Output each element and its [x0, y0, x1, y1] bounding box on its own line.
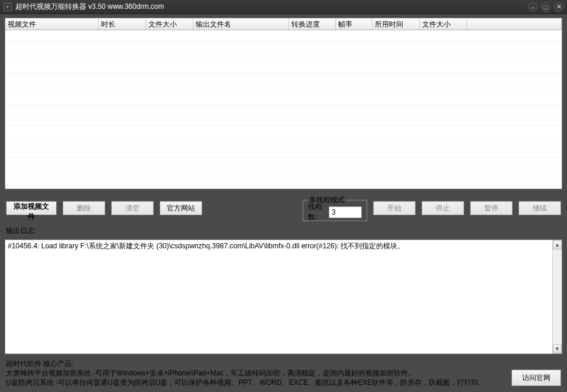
- grid-header: 视频文件时长文件大小输出文件名转换进度帧率所用时间文件大小: [5, 18, 562, 30]
- threads-label: 线程数:: [308, 202, 325, 222]
- threads-fieldset: 多线程模式 线程数:: [303, 195, 367, 221]
- stop-button[interactable]: 停止: [422, 201, 464, 215]
- titlebar: ✳ 超时代视频万能转换器 v3.50 www.360drm.com – □ ✕: [0, 0, 567, 14]
- grid-column-header[interactable]: 帧率: [336, 18, 372, 30]
- official-site-button[interactable]: 官方网站: [160, 201, 202, 215]
- grid-column-header[interactable]: 视频文件: [5, 18, 99, 30]
- log-label: 输出日志:: [5, 225, 562, 236]
- start-button[interactable]: 开始: [373, 201, 416, 215]
- delete-button[interactable]: 删除: [63, 201, 105, 215]
- visit-site-button[interactable]: 访问官网: [511, 370, 561, 386]
- log-text[interactable]: #10456.4: Load library F:\系统之家\新建文件夹 (30…: [5, 240, 552, 354]
- promo-line-1: 超时代软件 核心产品:: [6, 359, 506, 368]
- scroll-down-icon[interactable]: ▼: [553, 344, 562, 354]
- clear-button[interactable]: 清空: [111, 201, 154, 215]
- log-area: #10456.4: Load library F:\系统之家\新建文件夹 (30…: [5, 239, 562, 354]
- resume-button[interactable]: 继续: [519, 201, 561, 215]
- scroll-up-icon[interactable]: ▲: [553, 240, 562, 250]
- grid-column-header[interactable]: 输出文件名: [193, 18, 289, 30]
- close-button[interactable]: ✕: [554, 2, 563, 12]
- log-scrollbar[interactable]: ▲ ▼: [552, 240, 562, 354]
- footer: 超时代软件 核心产品: 大黄蜂跨平台视频加密系统 -可用于Windows+安卓+…: [5, 358, 562, 387]
- promo-text: 超时代软件 核心产品: 大黄蜂跨平台视频加密系统 -可用于Windows+安卓+…: [6, 359, 506, 387]
- toolbar-row: 添加视频文件 删除 清空 官方网站 多线程模式 线程数: 开始 停止 暂停 继续: [5, 193, 562, 221]
- threads-input[interactable]: [329, 206, 362, 218]
- grid-body[interactable]: [5, 30, 562, 189]
- grid-column-header[interactable]: [467, 18, 562, 30]
- grid-column-header[interactable]: 文件大小: [420, 18, 467, 30]
- video-grid: 视频文件时长文件大小输出文件名转换进度帧率所用时间文件大小: [5, 18, 562, 189]
- grid-column-header[interactable]: 文件大小: [146, 18, 193, 30]
- window-title: 超时代视频万能转换器 v3.50 www.360drm.com: [15, 2, 524, 12]
- promo-line-3: U盘防拷贝系统 -可以将任何普通U盘变为防拷贝U盘，可以保护各种视频、PPT、W…: [6, 378, 506, 387]
- grid-column-header[interactable]: 所用时间: [372, 18, 420, 30]
- content-area: 视频文件时长文件大小输出文件名转换进度帧率所用时间文件大小 添加视频文件 删除 …: [0, 14, 567, 392]
- grid-column-header[interactable]: 时长: [99, 18, 146, 30]
- app-icon: ✳: [4, 3, 12, 11]
- add-video-button[interactable]: 添加视频文件: [6, 201, 57, 215]
- promo-line-2: 大黄蜂跨平台视频加密系统 -可用于Windows+安卓+iPhone/iPad+…: [6, 368, 506, 378]
- maximize-button[interactable]: □: [541, 2, 550, 12]
- playback-buttons: 开始 停止 暂停 继续: [373, 201, 561, 215]
- minimize-button[interactable]: –: [528, 2, 537, 12]
- grid-column-header[interactable]: 转换进度: [289, 18, 336, 30]
- pause-button[interactable]: 暂停: [470, 201, 513, 215]
